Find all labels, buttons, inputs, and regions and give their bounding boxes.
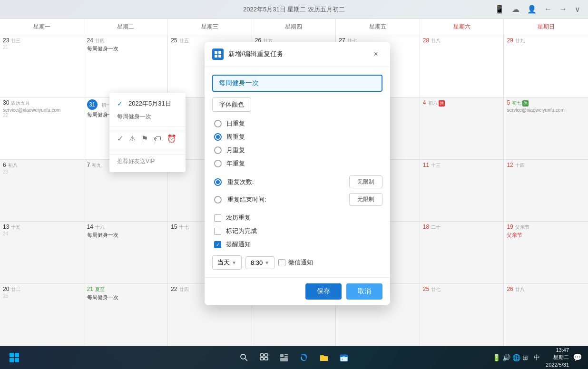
wechat-checkbox[interactable] (278, 259, 285, 266)
tag-icon[interactable]: 🏷 (154, 135, 161, 143)
input-method-icon[interactable]: 中 (534, 353, 540, 362)
phone-icon[interactable]: 📱 (495, 5, 504, 14)
lunar-jun21: 夏至 (95, 286, 105, 293)
repeat-count-radio[interactable] (214, 178, 222, 186)
cell-jun6[interactable]: 6 初八 23 (0, 160, 84, 222)
flag-icon[interactable]: ⚑ (141, 134, 148, 143)
lunar-repeat-row[interactable]: 农历重复 (214, 214, 382, 222)
date-picker-vip[interactable]: 推荐好友送VIP (109, 154, 186, 168)
warning-icon[interactable]: ⚠ (129, 134, 136, 143)
weekday-sun: 星期日 (504, 19, 588, 35)
week-num-24: 24 (3, 231, 81, 236)
repeat-count-label: 重复次数: (227, 178, 254, 186)
event-jun14: 每周健身一次 (87, 232, 165, 239)
user-icon[interactable]: 👤 (527, 5, 537, 14)
repeat-type-group: 日重复 周重复 月重复 年重复 (214, 119, 382, 168)
radio-yearly[interactable]: 年重复 (214, 159, 382, 168)
taskbar-clock[interactable]: 13:47 星期二 2022/5/31 (546, 347, 569, 369)
cancel-button[interactable]: 取消 (346, 283, 382, 300)
cell-30[interactable]: 30 农历五月 service@xiaoweiyunfu.com 22 (0, 97, 84, 159)
cell-jun12[interactable]: 12 十四 (504, 160, 588, 222)
cell-jun21[interactable]: 21 夏至 每周健身一次 (84, 284, 168, 346)
cell-jun14[interactable]: 14 十六 每周健身一次 (84, 222, 168, 283)
cell-jun18[interactable]: 18 二十 (420, 222, 504, 283)
date-jun19: 19 (507, 223, 513, 230)
task-name-input[interactable] (212, 75, 382, 92)
cell-jun26[interactable]: 26 廿八 (504, 284, 588, 346)
lunar-jun12: 十四 (515, 162, 525, 169)
taskview-icon[interactable] (255, 349, 273, 366)
network-icon[interactable]: 🌐 (512, 354, 520, 361)
repeat-end-value-btn[interactable]: 无限制 (349, 193, 382, 206)
date-jun22: 22 (171, 286, 177, 292)
date-jun18: 18 (423, 223, 429, 230)
mark-done-checkbox[interactable] (214, 228, 221, 235)
cell-jun25[interactable]: 25 廿七 (420, 284, 504, 346)
widgets-icon[interactable] (275, 349, 293, 366)
date-picker-checkmark: ✓ (117, 100, 123, 107)
dialog-close-button[interactable]: × (369, 48, 382, 61)
cell-29[interactable]: 29 廿九 (504, 35, 588, 97)
checkbox-options-group: 农历重复 标记为完成 ✓ 提醒通知 (214, 214, 382, 249)
date-picker-popup: ✓ 2022年5月31日 每周健身一次 ✓ ⚠ ⚑ 🏷 ⏰ 推荐好友送VIP (109, 93, 186, 172)
svg-rect-3 (218, 55, 221, 58)
svg-rect-5 (15, 353, 19, 357)
cell-jun5[interactable]: 5 初七 休 service@xiaoweiyunfu.com (504, 97, 588, 159)
cell-jun4[interactable]: 4 初六 休 (420, 97, 504, 159)
dialog-body: 字体颜色 日重复 周重复 月重复 年重复 (205, 67, 390, 277)
cell-28[interactable]: 28 廿八 (420, 35, 504, 97)
cell-23[interactable]: 23 廿三 21 (0, 35, 84, 97)
explorer-icon[interactable] (315, 349, 333, 366)
date-jun15: 15 (171, 223, 177, 230)
wechat-notify-row[interactable]: 微信通知 (278, 258, 313, 267)
lunar-30: 农历五月 (11, 100, 30, 107)
radio-daily[interactable]: 日重复 (214, 119, 382, 128)
remind-day-arrow: ▼ (232, 260, 236, 265)
radio-daily-circle (214, 120, 222, 127)
cell-jun20[interactable]: 20 廿二 25 (0, 284, 84, 346)
start-button[interactable] (6, 349, 23, 366)
mark-done-row[interactable]: 标记为完成 (214, 227, 382, 235)
clock-icon[interactable]: ⏰ (167, 134, 176, 143)
notification-icon[interactable]: 💬 (573, 353, 582, 362)
weekday-tue: 星期二 (84, 19, 168, 35)
cell-jun13[interactable]: 13 十五 24 (0, 222, 84, 283)
svg-rect-4 (10, 353, 14, 357)
date-picker-date-row[interactable]: ✓ 2022年5月31日 (109, 97, 186, 111)
dialog-title: 新增/编辑重复任务 (228, 50, 364, 58)
svg-rect-17 (280, 358, 288, 361)
lunar-jun15: 十七 (179, 224, 189, 231)
cell-jun11[interactable]: 11 十三 (420, 160, 504, 222)
checkmark-icon[interactable]: ✓ (117, 134, 123, 143)
forward-icon[interactable]: → (559, 5, 567, 14)
repeat-count-value-btn[interactable]: 无限制 (349, 175, 382, 188)
radio-weekly[interactable]: 周重复 (214, 133, 382, 141)
cell-jun19[interactable]: 19 父亲节 父亲节 (504, 222, 588, 283)
menu-icon[interactable]: ∨ (575, 5, 580, 14)
calendar-taskbar-icon[interactable]: ▪▪▪ 4 (335, 349, 353, 366)
remind-row[interactable]: ✓ 提醒通知 (214, 240, 382, 249)
date-29: 29 (507, 37, 513, 44)
search-taskbar-icon[interactable] (235, 349, 253, 366)
win-top-bar: 2022年5月31日 星期二 农历五月初二 📱 ☁ 👤 ← → ∨ (0, 0, 588, 19)
edge-icon[interactable] (295, 349, 313, 366)
remind-time-select[interactable]: 8:30 ▼ (245, 256, 274, 269)
holiday-badge-4: 休 (439, 100, 445, 107)
date-23: 23 (3, 37, 9, 44)
remind-day-select[interactable]: 当天 ▼ (212, 255, 242, 270)
remind-checkbox[interactable]: ✓ (214, 241, 221, 248)
svg-rect-10 (260, 354, 264, 356)
date-jun6: 6 (3, 162, 6, 168)
radio-monthly[interactable]: 月重复 (214, 146, 382, 155)
repeat-end-radio[interactable] (214, 196, 222, 204)
back-icon[interactable]: ← (544, 5, 552, 14)
save-button[interactable]: 保存 (305, 283, 342, 300)
remind-time-arrow: ▼ (265, 260, 269, 265)
lunar-jun7: 初九 (92, 162, 101, 169)
speaker-icon[interactable]: 🔊 (502, 354, 510, 361)
lunar-jun20: 廿二 (11, 286, 20, 293)
cloud-icon[interactable]: ☁ (512, 5, 519, 14)
font-color-button[interactable]: 字体颜色 (212, 97, 251, 112)
cell-24[interactable]: 24 廿四 每周健身一次 (84, 35, 168, 97)
lunar-repeat-checkbox[interactable] (214, 214, 221, 222)
